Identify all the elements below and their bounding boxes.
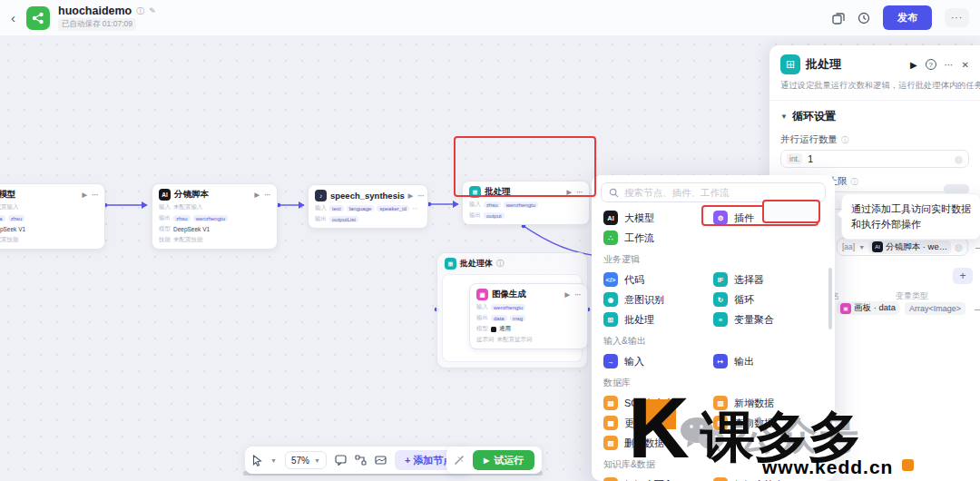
row-value: 通用	[499, 325, 511, 333]
node-speech[interactable]: ♪speech_synthesis▶⋯输入textlanguagespeaker…	[308, 184, 428, 229]
panel-more-icon[interactable]: ⋯	[945, 60, 954, 70]
menu-item[interactable]: ◉意图识别	[603, 290, 713, 309]
node-row: 输出datamsg	[476, 314, 581, 322]
node-title: AI大模型▶⋯	[0, 189, 98, 201]
back-chevron-icon[interactable]: ‹	[11, 10, 15, 25]
node-storyboard[interactable]: AI分镜脚本▶⋯输入未配置输入输出zhsuwenzhengtu模型DeepSee…	[152, 183, 278, 250]
node-row: 技能未配置技能	[159, 236, 270, 244]
row-muted-value: 未配置技能	[0, 236, 19, 244]
play-icon[interactable]: ▶	[567, 189, 572, 196]
param-tag: wenzhengtu	[491, 304, 525, 310]
more-icon[interactable]: ⋯	[92, 191, 98, 199]
remove-row-button[interactable]: —	[975, 303, 980, 314]
parallel-count-input[interactable]: int. 1 ◎	[780, 150, 969, 168]
menu-item-label: 循环	[734, 293, 754, 307]
history-clock-icon[interactable]	[858, 12, 870, 25]
canvas-toolbar: ▼ 57% ▼ + 添加节点	[245, 447, 470, 474]
apps-icon[interactable]	[832, 12, 845, 25]
param-tag: output	[484, 212, 505, 219]
optimize-wand-icon[interactable]	[454, 455, 465, 466]
menu-item[interactable]: ▣知识库写入	[603, 475, 713, 481]
popup-scrollbar[interactable]	[828, 268, 832, 329]
variable-selector[interactable]: [aa] ▼ AI 分镜脚本 · we… ◎	[837, 238, 968, 256]
menu-item[interactable]: IF选择器	[713, 270, 823, 290]
close-icon[interactable]: ✕	[962, 60, 969, 70]
run-node-icon[interactable]: ▶	[910, 60, 917, 70]
node-row: 模型DeepSeek V1	[159, 225, 270, 233]
menu-item[interactable]: ∴工作流	[603, 228, 713, 248]
loop-settings-section[interactable]: ▼ 循环设置	[769, 101, 980, 126]
menu-item-label: 插件	[734, 211, 754, 225]
popup-row: ▦更新数据▧查询数据	[603, 413, 823, 433]
model-icon	[491, 327, 496, 332]
node-row: 输入textlanguagespeaker_id⋯	[315, 204, 421, 212]
comment-icon[interactable]	[335, 455, 347, 466]
循环-icon: ↻	[713, 292, 728, 307]
param-tag: data	[491, 315, 507, 321]
menu-item[interactable]: AI大模型	[603, 208, 713, 228]
play-icon[interactable]: ▶	[408, 192, 413, 200]
node-imagegen[interactable]: ▣图像生成▶⋯输入wenzhengtu输出datamsg模型通用提示词未配置提示…	[469, 283, 588, 349]
test-run-button[interactable]: ▶ 试运行	[473, 450, 534, 470]
知识库写入-icon: ▣	[603, 477, 618, 481]
disable-icon[interactable]: ◎	[955, 154, 963, 164]
search-input[interactable]	[624, 187, 818, 198]
menu-item[interactable]: ⚙插件	[713, 208, 823, 228]
param-tag: language	[347, 205, 375, 211]
more-icon[interactable]: ⋯	[417, 192, 424, 200]
storyboard-icon: AI	[159, 189, 171, 201]
menu-item[interactable]: ▧查询数据	[713, 413, 823, 433]
menu-item[interactable]: ▦更新数据	[603, 413, 713, 433]
info-icon[interactable]: ⓘ	[136, 5, 144, 17]
plugin-tooltip: 通过添加工具访问实时数据和执行外部操作	[841, 193, 980, 240]
node-row: 输入未配置输入	[159, 203, 270, 211]
node-row: 输出zhsuwenzhengtu	[159, 214, 270, 222]
search-box[interactable]	[601, 182, 826, 202]
page-title: huochaidemo	[58, 5, 132, 17]
menu-item[interactable]: ▥新增数据	[713, 393, 823, 413]
param-tag: wenzhengtu	[193, 215, 228, 221]
node-row: 技能未配置技能	[0, 236, 98, 244]
auto-layout-icon[interactable]	[355, 455, 367, 466]
param-tag: wenzhengtu	[504, 201, 538, 208]
more-icon[interactable]: ⋯	[576, 189, 583, 196]
node-actions: ▶⋯	[255, 191, 270, 199]
menu-item[interactable]: ▣知识库检索	[713, 475, 823, 481]
disable-icon[interactable]: ◎	[955, 242, 963, 252]
remove-row-button[interactable]: —	[975, 241, 980, 252]
param-tag: speaker_id	[377, 205, 408, 211]
help-icon[interactable]: ?	[926, 59, 936, 70]
更新数据-icon: ▦	[603, 416, 618, 430]
minimap-icon[interactable]	[375, 455, 387, 466]
header-more-button[interactable]: ···	[945, 8, 969, 27]
menu-item[interactable]: ↻循环	[713, 290, 823, 309]
publish-button[interactable]: 发布	[883, 5, 932, 30]
menu-item[interactable]: ≡变量聚合	[713, 309, 823, 329]
row-label: 输出	[476, 314, 488, 322]
tooltip-text: 通过添加工具访问实时数据和执行外部操作	[851, 203, 971, 230]
batch-body-title: 批处理体	[460, 258, 493, 270]
menu-item[interactable]: ▨删除数据	[603, 433, 713, 453]
node-llm[interactable]: AI大模型▶⋯输入未配置输入输出Mbazhsu模型DeepSeek V1技能未配…	[0, 183, 105, 250]
chevron-down-icon[interactable]: ▼	[270, 457, 277, 464]
more-icon[interactable]: ⋯	[264, 191, 270, 199]
cursor-tool-icon[interactable]	[252, 455, 262, 466]
menu-item[interactable]: ↦输出	[713, 351, 823, 371]
menu-item[interactable]: </>代码	[603, 270, 713, 290]
node-row: 模型DeepSeek V1	[0, 225, 98, 233]
play-icon[interactable]: ▶	[83, 191, 87, 199]
node-row: 模型通用	[476, 325, 581, 333]
menu-item[interactable]: ⊞批处理	[603, 309, 713, 329]
zoom-select[interactable]: 57% ▼	[285, 451, 327, 469]
play-icon[interactable]: ▶	[255, 191, 260, 199]
play-icon[interactable]: ▶	[565, 291, 570, 299]
node-batch[interactable]: ⊞批处理▶⋯输入zhsuwenzhengtu输出output	[462, 181, 590, 225]
edit-icon[interactable]: ✎	[149, 6, 156, 15]
node-actions: ▶⋯	[565, 291, 581, 299]
menu-item-label: 输出	[734, 355, 754, 368]
node-row: 输入wenzhengtu	[476, 303, 581, 311]
menu-item[interactable]: →输入	[603, 351, 713, 371]
more-icon[interactable]: ⋯	[574, 291, 581, 299]
menu-item[interactable]: ▤SQL自定义	[603, 393, 713, 413]
add-variable-button[interactable]: +	[953, 268, 973, 284]
